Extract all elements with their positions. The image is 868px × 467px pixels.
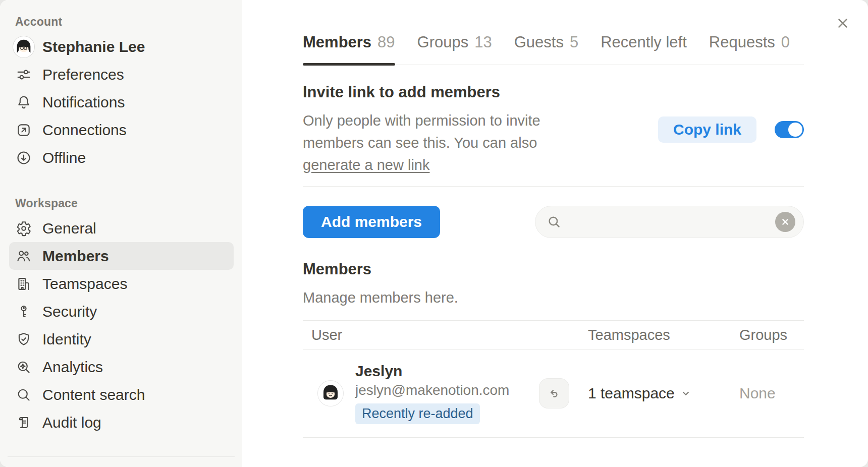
section-divider — [303, 186, 804, 187]
arrow-down-circle-icon — [15, 149, 32, 166]
copy-link-button[interactable]: Copy link — [658, 116, 756, 143]
invite-link-title: Invite link to add members — [303, 83, 658, 101]
tab-guests[interactable]: Guests5 — [514, 33, 578, 65]
invite-description-text: Only people with permission to invite me… — [303, 112, 540, 151]
undo-remove-button[interactable] — [539, 378, 569, 408]
member-tabs: Members89 Groups13 Guests5 Recently left… — [303, 33, 804, 65]
members-heading: Members — [303, 260, 804, 278]
column-header-user: User — [303, 327, 588, 343]
sidebar-item-label: Stephanie Lee — [42, 38, 145, 55]
tab-recently-left[interactable]: Recently left — [601, 33, 687, 65]
undo-icon — [547, 386, 561, 400]
sidebar-item-connections[interactable]: Connections — [9, 116, 234, 144]
teamspace-count: 1 teamspace — [588, 385, 675, 402]
table-header: User Teamspaces Groups — [303, 320, 804, 349]
tab-groups[interactable]: Groups13 — [417, 33, 492, 65]
member-controls-row: Add members — [303, 206, 804, 238]
invite-link-text: Invite link to add members Only people w… — [303, 83, 658, 176]
member-name: Jeslyn — [355, 363, 509, 380]
sidebar-item-identity[interactable]: Identity — [9, 325, 234, 353]
sidebar-item-label: General — [42, 220, 96, 237]
people-icon — [15, 248, 32, 265]
sidebar-item-content-search[interactable]: Content search — [9, 381, 234, 408]
magnifier-sparkle-icon — [15, 359, 32, 376]
sidebar-item-label: Analytics — [42, 359, 103, 376]
add-members-button[interactable]: Add members — [303, 206, 440, 238]
members-settings-panel: Members89 Groups13 Guests5 Recently left… — [242, 0, 868, 467]
user-info: Jeslyn jeslyn@makenotion.com Recently re… — [355, 363, 509, 424]
sidebar-bottom-divider — [8, 456, 235, 457]
magnifier-icon — [15, 386, 32, 403]
settings-sidebar: Account Stephanie Lee — [0, 0, 242, 467]
tab-members[interactable]: Members89 — [303, 33, 395, 65]
close-icon — [835, 16, 850, 31]
sidebar-item-members[interactable]: Members — [9, 242, 234, 270]
chevron-down-icon — [680, 387, 692, 399]
sidebar-item-label: Content search — [42, 386, 145, 403]
user-avatar — [15, 38, 32, 55]
groups-value: None — [739, 385, 776, 402]
sidebar-item-analytics[interactable]: Analytics — [9, 353, 234, 381]
column-header-teamspaces: Teamspaces — [588, 327, 739, 343]
teamspaces-cell: 1 teamspace — [588, 385, 739, 402]
sidebar-item-label: Offline — [42, 149, 86, 166]
bell-icon — [15, 94, 32, 111]
toggle-knob — [788, 123, 802, 137]
sidebar-item-label: Members — [42, 248, 109, 265]
clear-x-icon — [780, 216, 791, 227]
sidebar-item-label: Security — [42, 303, 97, 320]
tab-requests[interactable]: Requests0 — [709, 33, 790, 65]
sidebar-item-label: Connections — [42, 122, 127, 139]
invite-link-controls: Copy link — [658, 116, 804, 143]
teamspace-dropdown[interactable]: 1 teamspace — [588, 385, 692, 402]
member-email: jeslyn@makenotion.com — [355, 382, 509, 398]
sidebar-item-teamspaces[interactable]: Teamspaces — [9, 270, 234, 298]
column-header-groups: Groups — [739, 327, 804, 343]
members-subheading: Manage members here. — [303, 289, 804, 306]
member-search-box[interactable] — [535, 206, 804, 238]
settings-modal: Account Stephanie Lee — [0, 0, 868, 467]
sidebar-item-audit-log[interactable]: Audit log — [9, 408, 234, 436]
gear-icon — [15, 220, 32, 237]
sidebar-item-label: Teamspaces — [42, 275, 127, 293]
search-input[interactable] — [569, 213, 775, 231]
groups-cell: None — [739, 385, 804, 402]
member-avatar — [318, 381, 343, 406]
sidebar-section-account: Account — [9, 15, 234, 29]
sidebar-item-offline[interactable]: Offline — [9, 144, 234, 171]
sidebar-item-label: Notifications — [42, 94, 125, 111]
sidebar-item-preferences[interactable]: Preferences — [9, 61, 234, 88]
invite-link-toggle[interactable] — [775, 121, 804, 138]
arrow-up-right-box-icon — [15, 122, 32, 139]
status-badge: Recently re-added — [355, 403, 480, 424]
table-row: Jeslyn jeslyn@makenotion.com Recently re… — [303, 349, 804, 438]
shield-check-icon — [15, 331, 32, 348]
user-cell: Jeslyn jeslyn@makenotion.com Recently re… — [303, 363, 588, 424]
sidebar-item-label: Preferences — [42, 66, 124, 83]
close-button[interactable] — [833, 13, 853, 33]
building-icon — [15, 275, 32, 293]
sliders-icon — [15, 66, 32, 83]
generate-new-link[interactable]: generate a new link — [303, 157, 430, 173]
invite-link-section: Invite link to add members Only people w… — [303, 83, 804, 176]
sidebar-item-security[interactable]: Security — [9, 298, 234, 325]
sidebar-item-account-profile[interactable]: Stephanie Lee — [9, 33, 234, 61]
sidebar-item-label: Audit log — [42, 414, 101, 431]
members-table: User Teamspaces Groups — [303, 320, 804, 438]
invite-link-description: Only people with permission to invite me… — [303, 109, 588, 176]
search-icon — [547, 214, 562, 229]
sidebar-item-label: Identity — [42, 331, 91, 348]
scroll-icon — [15, 414, 32, 431]
sidebar-item-notifications[interactable]: Notifications — [9, 88, 234, 116]
search-clear-button[interactable] — [775, 212, 795, 232]
sidebar-item-general[interactable]: General — [9, 214, 234, 242]
key-icon — [15, 303, 32, 320]
sidebar-section-workspace: Workspace — [9, 197, 234, 210]
